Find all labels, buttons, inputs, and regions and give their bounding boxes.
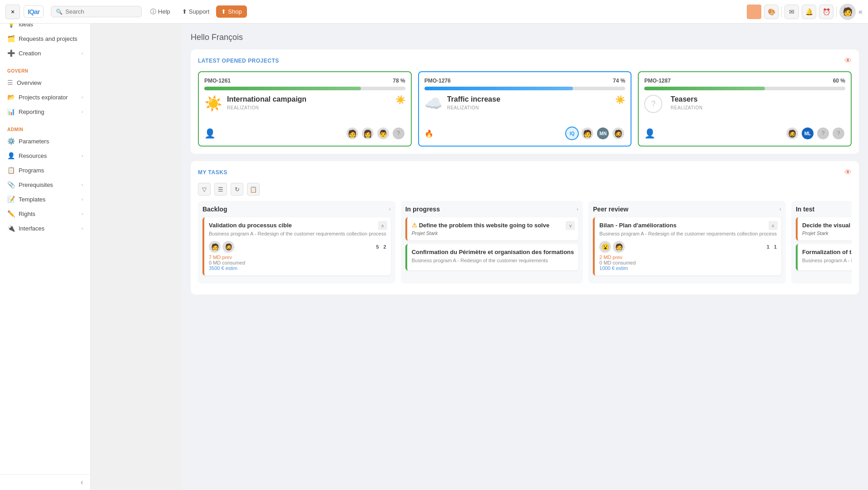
avatar-mn: MN	[596, 127, 610, 140]
projects-explorer-icon: 📂	[7, 93, 15, 101]
hello-text: Hello François	[191, 33, 859, 42]
help-button[interactable]: ⓘ Help	[145, 5, 175, 19]
task-project: Business program A - Redesign of the cus…	[209, 230, 386, 237]
task-avatar-2: 🧑	[613, 241, 625, 253]
sidebar-item-creation[interactable]: ➕ Creation ‹	[0, 46, 90, 60]
export-btn[interactable]: 📋	[247, 183, 260, 196]
col-header: In progress ‹	[405, 206, 579, 213]
project-cloud-icon: ☁️	[424, 95, 443, 112]
creation-icon: ➕	[7, 49, 15, 57]
progress-bar-fill	[644, 87, 765, 90]
sidebar-item-reporting[interactable]: 📊 Reporting ‹	[0, 104, 90, 119]
projects-grid: PMO-1261 78 % ☀️ International campaign …	[198, 71, 852, 147]
sidebar-collapse-btn[interactable]: ‹	[81, 478, 83, 486]
col-chevron-icon[interactable]: ‹	[577, 206, 578, 212]
tasks-section-title: MY TASKS	[198, 169, 227, 176]
sidebar-item-resources[interactable]: 👤 Resources ‹	[0, 148, 90, 163]
overview-icon: ☰	[7, 79, 13, 86]
project-footer: 👤 🧔 ML ? ?	[644, 127, 845, 140]
search-input[interactable]	[65, 8, 137, 15]
sidebar-item-reporting-label: Reporting	[19, 108, 44, 115]
sidebar-item-requests-label: Requests and projects	[19, 35, 77, 42]
task-md-consumed: 0 MD consumed	[209, 260, 386, 265]
col-title: Peer review	[593, 206, 628, 213]
user-avatar[interactable]: 🧑	[839, 4, 856, 20]
sidebar: PILOT 💡 Ideas 🗂️ Requests and projects ➕…	[0, 0, 91, 490]
sidebar-item-programs-label: Programs	[19, 167, 44, 174]
mail-btn[interactable]: ✉	[784, 5, 799, 19]
task-card-formalization: ∨ Formalization of target process scenar…	[796, 244, 852, 270]
sidebar-bottom: ‹	[0, 474, 90, 490]
shop-button[interactable]: ⬆ Shop	[216, 5, 247, 18]
filter-btn[interactable]: ▽	[198, 183, 211, 196]
resources-chevron-icon: ‹	[82, 153, 83, 158]
avatar-1: 🧑	[345, 127, 359, 140]
projects-section-title: LATEST OPENED PROJECTS	[198, 58, 279, 64]
topbar: × IQar 🔍 ⓘ Help ⬆ Support ⬆ Shop 🎨 ✉ 🔔 ⏰…	[0, 0, 868, 24]
task-project: Business program A - Redesign of the cus…	[802, 257, 852, 264]
project-user-icon: 👤	[644, 128, 656, 139]
projects-eye-icon[interactable]: 👁	[844, 57, 852, 65]
task-footer: 🧑 🧔 5 2	[209, 241, 386, 253]
search-bar[interactable]: 🔍	[51, 6, 142, 17]
progress-bar-bg	[204, 87, 405, 90]
sidebar-item-rights[interactable]: ✏️ Rights ‹	[0, 206, 90, 221]
bell-btn[interactable]: 🔔	[802, 5, 816, 19]
sidebar-item-templates[interactable]: 📝 Templates ‹	[0, 192, 90, 206]
project-footer: 👤 🧑 👩 👨 ?	[204, 127, 405, 140]
task-card-decide: ∨ Decide the visual content Projet Stark	[796, 217, 852, 240]
project-corner-sun-icon: ☀️	[395, 95, 405, 105]
kanban-col-in-test: In test ‹ ∨ Decide the visual content Pr…	[791, 201, 852, 284]
project-name: Traffic increase	[447, 95, 611, 103]
task-avatars: 🧑 🧔	[209, 241, 234, 253]
task-avatars: 😮 🧑	[599, 241, 625, 253]
task-title: ⚠Define the problem this website going t…	[412, 222, 574, 229]
sidebar-item-parameters[interactable]: ⚙️ Parameters	[0, 134, 90, 148]
project-id: PMO-1276	[424, 78, 451, 84]
sidebar-item-interfaces[interactable]: 🔌 Interfaces ‹	[0, 221, 90, 235]
task-expand-btn[interactable]: ∨	[566, 221, 575, 230]
task-md-prev: 2 MD prev	[599, 255, 777, 260]
sidebar-item-requests[interactable]: 🗂️ Requests and projects	[0, 31, 90, 46]
tasks-toolbar: ▽ ☰ ↻ 📋	[198, 183, 852, 196]
col-chevron-icon[interactable]: ‹	[389, 206, 391, 212]
task-title: Bilan - Plan d'améliorations	[599, 222, 777, 229]
prerequisites-chevron-icon: ‹	[82, 182, 83, 187]
sidebar-item-projects-explorer[interactable]: 📂 Projects explorator ‹	[0, 90, 90, 104]
orange-action-btn[interactable]	[747, 5, 761, 19]
kanban-col-peer-review: Peer review ‹ ∧ Bilan - Plan d'améliorat…	[588, 201, 786, 284]
col-title: Backlog	[202, 206, 227, 213]
list-btn[interactable]: ☰	[214, 183, 227, 196]
project-pct: 60 %	[833, 78, 845, 84]
task-project: Business program A - Redesign of the cus…	[412, 257, 574, 264]
sidebar-item-overview[interactable]: ☰ Overview	[0, 75, 90, 90]
project-card-body: ? Teasers REALIZATION	[644, 95, 845, 122]
requests-icon: 🗂️	[7, 35, 15, 42]
sidebar-item-prerequisites[interactable]: 📎 Prerequisites ‹	[0, 177, 90, 192]
palette-btn[interactable]: 🎨	[764, 5, 779, 19]
clock-btn[interactable]: ⏰	[819, 5, 833, 19]
sidebar-item-projects-explorer-label: Projects explorator	[19, 94, 68, 101]
task-project: Business program A - Redesign of the cus…	[599, 230, 777, 237]
warning-icon: ⚠	[412, 222, 417, 229]
task-expand-btn[interactable]: ∧	[378, 221, 387, 230]
reporting-icon: 📊	[7, 108, 15, 115]
task-expand-btn[interactable]: ∧	[769, 221, 778, 230]
sidebar-item-resources-label: Resources	[19, 152, 47, 159]
avatar-iq: IQ	[565, 127, 579, 140]
task-counts: 5 2	[376, 244, 386, 250]
project-pct: 78 %	[393, 78, 405, 84]
close-button[interactable]: ×	[5, 5, 20, 19]
sidebar-item-programs[interactable]: 📋 Programs	[0, 163, 90, 177]
task-md-prev: 7 MD prev	[209, 255, 386, 260]
logo-box: IQar	[24, 5, 44, 18]
tasks-eye-icon[interactable]: 👁	[844, 168, 852, 176]
project-name: International campaign	[227, 95, 391, 103]
refresh-btn[interactable]: ↻	[231, 183, 243, 196]
col-chevron-icon[interactable]: ‹	[779, 206, 781, 212]
support-button[interactable]: ⬆ Support	[177, 5, 215, 18]
project-card-header: PMO-1261 78 %	[204, 78, 405, 84]
prerequisites-icon: 📎	[7, 181, 15, 188]
task-count-1: 5	[376, 244, 379, 250]
topbar-collapse-btn[interactable]: «	[858, 8, 863, 16]
